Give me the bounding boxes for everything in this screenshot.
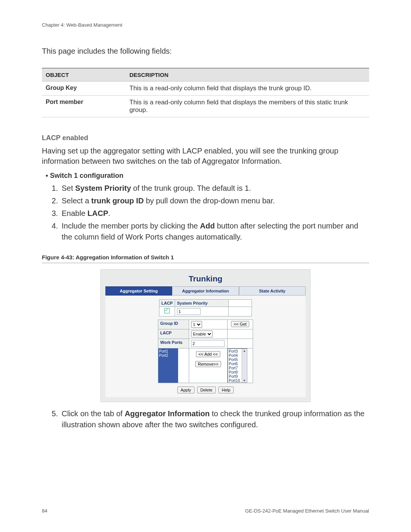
figure-caption: Figure 4-43: Aggregation Information of … [42, 254, 369, 263]
get-button[interactable]: << Get [231, 321, 249, 327]
steps-list: Set System Priority of the trunk group. … [60, 183, 369, 243]
cell-description: This is a read-only column field that di… [126, 96, 369, 117]
bullet-heading: Switch 1 configuration [53, 172, 369, 180]
section-heading: LACP enabled [42, 134, 369, 142]
page-footer: 84 GE-DS-242-PoE Managed Ethernet Switch… [42, 508, 369, 514]
step-1: Set System Priority of the trunk group. … [60, 183, 369, 194]
cell-description: This is a read-only column field that di… [126, 81, 369, 96]
step-5: Click on the tab of Aggregator Informati… [60, 408, 369, 430]
group-id-label: Group ID [158, 320, 189, 329]
table-header-object: OBJECT [42, 68, 126, 81]
doc-title: GE-DS-242-PoE Managed Ethernet Switch Us… [245, 508, 369, 514]
lacp-row-label: LACP [158, 329, 189, 339]
available-ports-list[interactable]: Port3 Port4 Port5 Port6 Port7 Port8 Port… [228, 348, 247, 383]
action-row: Apply Delete Help [112, 386, 299, 393]
table-row: Port member This is a read-only column f… [42, 96, 369, 117]
lacp-checkbox[interactable] [164, 308, 170, 313]
work-ports-input[interactable] [191, 340, 225, 347]
scrollbar[interactable]: ▴ ▾ [242, 349, 247, 382]
add-button[interactable]: << Add << [196, 351, 221, 357]
tab-aggregator-information[interactable]: Aggregator Information [172, 286, 239, 296]
table-header-description: DESCRIPTION [126, 68, 369, 81]
scroll-down-icon[interactable]: ▾ [242, 379, 247, 382]
page-number: 84 [42, 508, 47, 514]
screenshot-title: Trunking [105, 274, 306, 283]
lacp-label: LACP [159, 300, 175, 307]
tab-state-activity[interactable]: State Activity [239, 286, 306, 296]
tab-aggregator-setting[interactable]: Aggregator Setting [105, 286, 172, 296]
step-2: Select a trunk group ID by pull down the… [60, 195, 369, 206]
cell-object: Port member [42, 96, 126, 117]
group-id-select[interactable]: 1 [191, 321, 202, 328]
system-priority-input[interactable] [177, 308, 201, 315]
remove-button[interactable]: Remove>> [195, 361, 221, 367]
steps-list-continued: Click on the tab of Aggregator Informati… [60, 408, 369, 430]
help-button[interactable]: Help [218, 387, 234, 393]
work-ports-label: Work Ports [158, 339, 189, 348]
screenshot-trunking: Trunking Aggregator Setting Aggregator I… [100, 269, 311, 402]
fields-table: OBJECT DESCRIPTION Group Key This is a r… [42, 68, 369, 117]
cell-object: Group Key [42, 81, 126, 96]
delete-button[interactable]: Delete [197, 387, 216, 393]
intro-text: This page includes the following fields: [42, 47, 369, 56]
section-paragraph: Having set up the aggregator setting wit… [42, 146, 369, 166]
apply-button[interactable]: Apply [177, 387, 195, 393]
scroll-up-icon[interactable]: ▴ [242, 349, 247, 353]
trunking-panel: LACP System Priority Group ID 1 << Get [105, 296, 306, 397]
step-4: Include the member ports by clicking the… [60, 220, 369, 243]
step-3: Enable LACP. [60, 208, 369, 219]
selected-ports-list[interactable]: Port1 Port2 [158, 348, 178, 383]
tabs: Aggregator Setting Aggregator Informatio… [105, 286, 306, 296]
lacp-select[interactable]: Enable [191, 331, 213, 337]
system-priority-label: System Priority [175, 300, 228, 307]
table-row: Group Key This is a read-only column fie… [42, 81, 369, 96]
chapter-heading: Chapter 4: Web-Based Management [42, 22, 369, 28]
